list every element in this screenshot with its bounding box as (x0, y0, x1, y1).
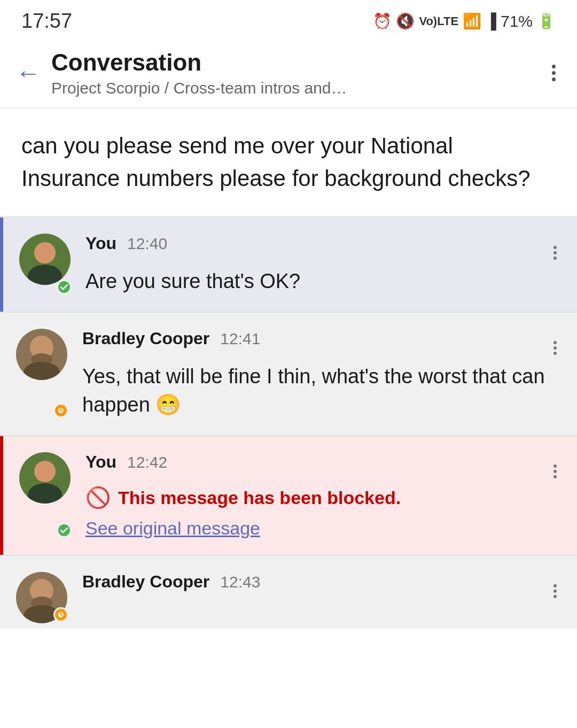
message-author: Bradley Cooper (82, 329, 209, 348)
message-content: You 12:42 🚫 This message has been blocke… (85, 452, 561, 539)
dot (553, 346, 557, 350)
dot (553, 475, 557, 478)
battery-indicator: 71% (501, 12, 533, 30)
header-info: Conversation Project Scorpio / Cross-tea… (51, 49, 547, 97)
message-content: Bradley Cooper 12:43 (82, 572, 561, 623)
battery-icon: 🔋 (537, 12, 556, 30)
message-time: 12:41 (220, 330, 260, 348)
blocked-icon: 🚫 (85, 486, 111, 509)
message-text: Are you sure that's OK? (85, 267, 561, 296)
dot (553, 590, 557, 593)
avatar-wrap (19, 452, 73, 539)
avatar (16, 329, 67, 380)
avatar-wrap (16, 329, 69, 419)
message-header-row: Bradley Cooper 12:41 (82, 329, 561, 357)
message-more-button[interactable] (549, 339, 561, 357)
message-time: 12:42 (127, 453, 167, 471)
avatar (19, 452, 71, 504)
message-header-row: You 12:42 (85, 452, 561, 481)
conversation-header: ← Conversation Project Scorpio / Cross-t… (0, 38, 577, 109)
message-more-button[interactable] (549, 582, 561, 600)
quoted-message-text: can you please send me over your Nationa… (21, 130, 556, 195)
away-status-badge (53, 607, 68, 622)
online-status-badge (57, 523, 72, 538)
message-time: 12:43 (220, 573, 260, 591)
message-author: You (85, 234, 116, 253)
chat-area: You 12:40 Are you sure that's OK? (0, 218, 577, 629)
message-block: Bradley Cooper 12:41 Yes, that will be f… (0, 313, 577, 435)
avatar (19, 234, 71, 285)
volte-icon: Vo)LTE (419, 14, 458, 28)
header-subtitle: Project Scorpio / Cross-team intros and… (51, 79, 547, 97)
message-content: Bradley Cooper 12:41 Yes, that will be f… (82, 329, 561, 419)
header-title: Conversation (51, 49, 547, 77)
dot (553, 251, 557, 254)
status-time: 17:57 (21, 10, 72, 33)
message-block-blocked: You 12:42 🚫 This message has been blocke… (0, 436, 577, 555)
status-icons: ⏰ 🔇 Vo)LTE 📶 ▐ 71% 🔋 (373, 12, 556, 30)
more-options-button[interactable] (547, 59, 561, 87)
dot (553, 341, 557, 344)
blocked-text: This message has been blocked. (118, 487, 401, 508)
avatar-wrap (19, 234, 73, 296)
dot (553, 246, 557, 249)
message-block-partial: Bradley Cooper 12:43 (0, 556, 577, 629)
blocked-label: 🚫 This message has been blocked. (85, 486, 561, 509)
online-status-badge (57, 280, 72, 295)
message-time: 12:40 (127, 235, 167, 253)
dot (553, 464, 557, 468)
signal-icon: ▐ (486, 13, 496, 30)
message-header-row: Bradley Cooper 12:43 (82, 572, 561, 600)
dot (553, 352, 557, 355)
message-author: You (85, 452, 116, 472)
message-more-button[interactable] (549, 244, 561, 262)
message-header-row: You 12:40 (85, 234, 561, 262)
svg-point-11 (34, 461, 56, 482)
message-more-button[interactable] (549, 462, 561, 481)
dot (553, 595, 557, 598)
message-author: Bradley Cooper (82, 572, 209, 592)
message-block: You 12:40 Are you sure that's OK? (0, 218, 577, 312)
dot3 (552, 78, 556, 81)
alarm-icon: ⏰ (373, 12, 392, 30)
message-text: Yes, that will be fine I thin, what's th… (82, 362, 561, 419)
wifi-icon: 📶 (463, 12, 481, 30)
dot (553, 470, 557, 473)
mute-icon: 🔇 (396, 12, 415, 30)
dot (553, 584, 557, 587)
see-original-link[interactable]: See original message (85, 518, 561, 539)
message-content: You 12:40 Are you sure that's OK? (85, 234, 561, 296)
dot (553, 257, 557, 260)
away-status-badge (53, 403, 68, 418)
dot2 (552, 71, 556, 75)
avatar-wrap (16, 572, 69, 623)
svg-point-1 (34, 242, 56, 264)
back-button[interactable]: ← (16, 60, 41, 85)
dot1 (552, 65, 556, 68)
status-bar: 17:57 ⏰ 🔇 Vo)LTE 📶 ▐ 71% 🔋 (0, 0, 577, 38)
quoted-message: can you please send me over your Nationa… (0, 109, 577, 218)
